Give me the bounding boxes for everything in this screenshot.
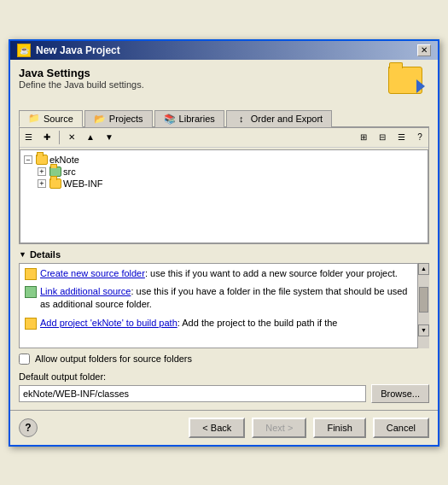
tab-projects[interactable]: 📂 Projects <box>84 110 153 127</box>
toolbar-btn-3[interactable]: ✕ <box>63 130 80 145</box>
projects-tab-icon: 📂 <box>94 114 106 124</box>
output-folder-input[interactable] <box>19 385 366 402</box>
folder-arrow-icon <box>416 79 425 93</box>
toolbar-right: ⊞ ⊟ ☰ ? <box>355 130 428 145</box>
toolbar-btn-help[interactable]: ? <box>411 130 428 145</box>
checkbox-row: Allow output folders for source folders <box>19 354 429 365</box>
title-bar-left: ☕ New Java Project <box>17 44 120 57</box>
output-label: Default output folder: <box>19 371 429 382</box>
tree-content[interactable]: − ekNote + src + WEB-INF <box>20 149 428 243</box>
detail-text-2: Link additional source: use this if you … <box>40 285 411 312</box>
header-subtitle: Define the Java build settings. <box>19 79 144 90</box>
checkbox-label: Allow output folders for source folders <box>35 354 192 364</box>
finish-button[interactable]: Finish <box>313 418 365 438</box>
dialog-body: Java Settings Define the Java build sett… <box>10 60 438 410</box>
source-tab-icon: 📁 <box>28 114 40 124</box>
detail-text-1: Create new source folder: use this if yo… <box>40 267 398 280</box>
order-export-tab-icon: ↕ <box>236 114 247 124</box>
toolbar-btn-4[interactable]: ▲ <box>82 130 99 145</box>
folder-icon-webinf <box>49 178 61 189</box>
allow-output-folders-checkbox[interactable] <box>19 354 30 365</box>
detail-text-3-rest: : Add the project to the build path if t… <box>177 318 338 328</box>
toolbar-btn-2[interactable]: ✚ <box>38 130 55 145</box>
tab-projects-label: Projects <box>109 114 143 124</box>
folder-icon-src <box>49 167 61 177</box>
close-button[interactable]: ✕ <box>417 44 431 56</box>
output-row: Default output folder: Browse... <box>19 371 429 403</box>
tab-source[interactable]: 📁 Source <box>19 110 83 127</box>
header-icon <box>388 67 429 101</box>
details-scrollbar[interactable]: ▲ ▼ <box>417 263 429 348</box>
details-arrow-icon: ▼ <box>19 250 26 259</box>
bottom-bar: ? < Back Next > Finish Cancel <box>10 410 438 445</box>
help-button[interactable]: ? <box>19 418 38 437</box>
detail-item-3: Add project 'ekNote' to build path: Add … <box>25 317 411 330</box>
tab-order-export-label: Order and Export <box>251 114 323 124</box>
toolbar-btn-6[interactable]: ⊞ <box>355 130 372 145</box>
detail-link-3[interactable]: Add project 'ekNote' to build path <box>40 318 177 328</box>
detail-text-1-rest: : use this if you want to add a new sour… <box>145 268 398 278</box>
tree-label-eknote: ekNote <box>49 155 79 165</box>
details-title: Details <box>30 249 61 260</box>
detail-icon-2 <box>25 286 37 298</box>
back-button[interactable]: < Back <box>189 418 245 438</box>
tab-source-label: Source <box>44 114 73 124</box>
tab-order-export[interactable]: ↕ Order and Export <box>226 110 332 127</box>
tree-expand-webinf[interactable]: + <box>38 179 46 188</box>
dialog-icon: ☕ <box>17 44 31 57</box>
header-title: Java Settings <box>19 67 144 79</box>
scroll-up-arrow[interactable]: ▲ <box>418 263 429 275</box>
tree-panel-container: ☰ ✚ ✕ ▲ ▼ ⊞ ⊟ ☰ ? − ekNote <box>19 127 429 244</box>
detail-link-2[interactable]: Link additional source <box>40 286 131 296</box>
detail-text-3: Add project 'ekNote' to build path: Add … <box>40 317 338 330</box>
detail-item-2: Link additional source: use this if you … <box>25 285 411 312</box>
tabs-container: 📁 Source 📂 Projects 📚 Libraries ↕ Order … <box>19 109 429 127</box>
detail-item-1: Create new source folder: use this if yo… <box>25 267 411 280</box>
tree-label-src: src <box>63 167 76 177</box>
tree-expand-eknote[interactable]: − <box>24 155 32 164</box>
tree-expand-src[interactable]: + <box>38 167 46 176</box>
toolbar-btn-8[interactable]: ☰ <box>393 130 410 145</box>
toolbar-btn-1[interactable]: ☰ <box>20 130 37 145</box>
header-text: Java Settings Define the Java build sett… <box>19 67 144 90</box>
details-section: ▼ Details Create new source folder: use … <box>19 249 429 348</box>
tree-toolbar: ☰ ✚ ✕ ▲ ▼ ⊞ ⊟ ☰ ? <box>20 128 428 148</box>
tree-item-src[interactable]: + src <box>24 166 424 178</box>
tab-libraries-label: Libraries <box>179 114 215 124</box>
title-bar: ☕ New Java Project ✕ <box>10 41 438 60</box>
details-content[interactable]: Create new source folder: use this if yo… <box>19 263 429 348</box>
toolbar-separator <box>59 131 60 144</box>
browse-button[interactable]: Browse... <box>371 384 429 403</box>
next-button[interactable]: Next > <box>252 418 306 438</box>
detail-link-1[interactable]: Create new source folder <box>40 268 145 278</box>
details-panel-wrapper: Create new source folder: use this if yo… <box>19 263 429 348</box>
header-section: Java Settings Define the Java build sett… <box>19 67 429 101</box>
details-header: ▼ Details <box>19 249 429 260</box>
folder-icon-eknote <box>36 155 48 165</box>
cancel-button[interactable]: Cancel <box>373 418 429 438</box>
toolbar-btn-5[interactable]: ▼ <box>101 130 118 145</box>
detail-icon-1 <box>25 268 37 280</box>
tree-item-webinf[interactable]: + WEB-INF <box>24 178 424 190</box>
folder-icon-large <box>388 67 422 94</box>
scroll-down-arrow[interactable]: ▼ <box>418 324 429 336</box>
output-input-row: Browse... <box>19 384 429 403</box>
detail-icon-3 <box>25 318 37 330</box>
tab-libraries[interactable]: 📚 Libraries <box>154 110 224 127</box>
dialog-title: New Java Project <box>36 44 120 56</box>
new-java-project-dialog: ☕ New Java Project ✕ Java Settings Defin… <box>9 39 439 447</box>
tree-item-eknote[interactable]: − ekNote <box>24 154 424 166</box>
scroll-thumb[interactable] <box>419 287 428 313</box>
tree-label-webinf: WEB-INF <box>63 178 102 189</box>
toolbar-btn-7[interactable]: ⊟ <box>374 130 391 145</box>
libraries-tab-icon: 📚 <box>164 114 176 124</box>
